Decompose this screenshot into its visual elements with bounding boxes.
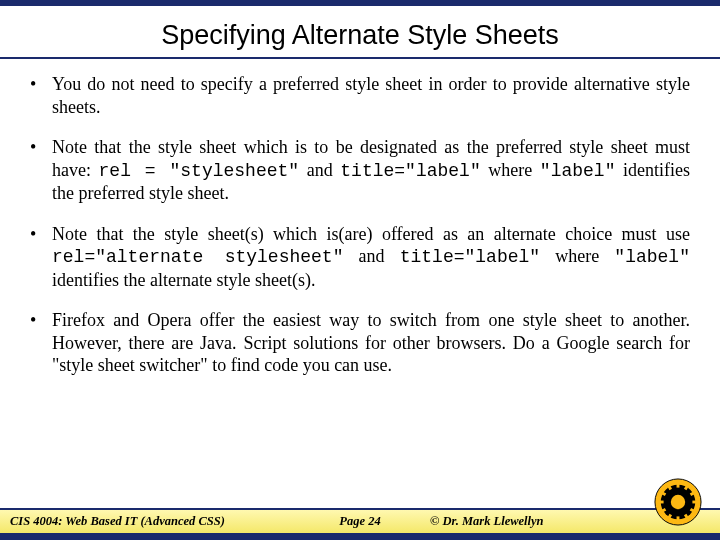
bullet-dot: • [30,73,52,118]
bullet-dot: • [30,136,52,205]
bullet-text: Firefox and Opera offer the easiest way … [52,309,690,377]
footer-page: Page 24 [339,514,380,529]
footer-course: CIS 4004: Web Based IT (Advanced CSS) [10,514,225,529]
svg-rect-3 [677,481,680,488]
bullet-text: Note that the style sheet which is to be… [52,136,690,205]
bullet-4: • Firefox and Opera offer the easiest wa… [30,309,690,377]
content-area: • You do not need to specify a preferred… [0,59,720,377]
svg-rect-6 [692,501,699,504]
bullet-3: • Note that the style sheet(s) which is(… [30,223,690,292]
ucf-logo-icon [654,478,702,526]
svg-rect-9 [677,516,680,523]
bottom-border [0,533,720,540]
footer-author: © Dr. Mark Llewellyn [430,514,544,529]
footer-bar: CIS 4004: Web Based IT (Advanced CSS) Pa… [0,510,720,533]
bullet-dot: • [30,223,52,292]
slide-title: Specifying Alternate Style Sheets [0,6,720,57]
svg-rect-12 [657,501,664,504]
bullet-dot: • [30,309,52,377]
svg-point-2 [671,495,685,509]
bullet-2: • Note that the style sheet which is to … [30,136,690,205]
bullet-1: • You do not need to specify a preferred… [30,73,690,118]
bullet-text: You do not need to specify a preferred s… [52,73,690,118]
bullet-text: Note that the style sheet(s) which is(ar… [52,223,690,292]
